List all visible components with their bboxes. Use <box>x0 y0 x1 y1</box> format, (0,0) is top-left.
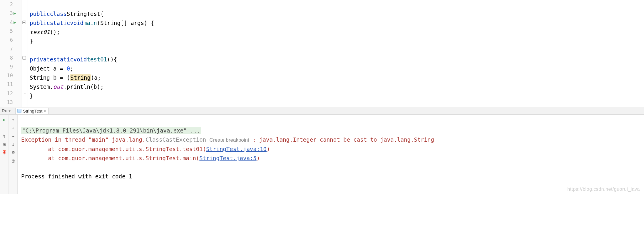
stop-icon[interactable] <box>2 125 7 130</box>
source-link[interactable]: StringTest.java:5 <box>199 155 256 161</box>
code-text: System. <box>30 83 53 90</box>
stack-frame: ) <box>267 146 270 152</box>
keyword: public <box>30 20 50 26</box>
line-number: 10 <box>7 73 13 78</box>
rerun-icon[interactable]: ▶ <box>2 117 7 122</box>
keyword: static <box>50 20 70 26</box>
line-number: 12 <box>7 91 13 96</box>
fold-gutter <box>21 0 28 107</box>
run-toolwindow: ▶ ↯ ▣ 📌 ↑ ↓ ⇥ ⤓ 🖶 🗑 "C:\Program Files\Ja… <box>0 115 644 194</box>
line-number: 11 <box>7 81 13 87</box>
scroll-to-end-icon[interactable]: ⤓ <box>11 142 16 147</box>
code-text: .println(b); <box>63 83 103 90</box>
keyword: class <box>50 11 67 17</box>
code-text: String b = ( <box>30 74 70 81</box>
number-literal: 0 <box>67 65 70 72</box>
run-label: Run: <box>2 108 11 113</box>
code-editor[interactable]: 2 3▶ 4▶ 5 6 7 8 9 10 11 12 13 public cla… <box>0 0 644 107</box>
run-config-name: StringTest <box>23 108 43 113</box>
line-number: 9 <box>10 64 13 70</box>
method-name: main <box>83 20 97 26</box>
line-number: 7 <box>10 46 13 52</box>
code-text: )a; <box>91 74 101 81</box>
line-number: 4 <box>10 19 13 25</box>
method-call: test01 <box>30 29 50 35</box>
code-text: (String[] args) { <box>97 20 154 26</box>
scroll-up-icon[interactable]: ↑ <box>11 117 16 122</box>
brace: } <box>30 38 33 44</box>
console-command: "C:\Program Files\Java\jdk1.8.0_291\bin\… <box>21 127 201 134</box>
keyword: public <box>30 11 50 17</box>
console-output[interactable]: "C:\Program Files\Java\jdk1.8.0_291\bin\… <box>18 115 644 194</box>
fold-end-icon <box>22 92 26 95</box>
exit-code-line: Process finished with exit code 1 <box>21 173 132 180</box>
fold-collapse-icon[interactable] <box>22 56 26 60</box>
method-name: test01 <box>87 56 107 63</box>
fold-end-icon <box>22 38 26 42</box>
code-text: (); <box>50 29 60 35</box>
soft-wrap-icon[interactable]: ⇥ <box>11 133 16 139</box>
scroll-down-icon[interactable]: ↓ <box>11 125 16 130</box>
static-field: out <box>53 83 63 90</box>
pin-icon[interactable]: 📌 <box>2 150 7 155</box>
code-area[interactable]: public class StringTest { public static … <box>28 0 644 107</box>
line-number: 6 <box>10 37 13 43</box>
run-config-icon <box>17 109 21 113</box>
keyword: static <box>53 56 73 63</box>
run-left-toolbar: ▶ ↯ ▣ 📌 <box>0 115 9 194</box>
fold-collapse-icon[interactable] <box>22 21 26 24</box>
create-breakpoint-link[interactable]: Create breakpoint <box>210 137 249 143</box>
stack-frame: ) <box>257 155 260 161</box>
class-name: StringTest <box>67 11 100 17</box>
clear-all-icon[interactable]: 🗑 <box>11 158 16 163</box>
layout-icon[interactable]: ▣ <box>2 142 7 147</box>
stack-frame: at com.guor.management.utils.StringTest.… <box>21 146 206 152</box>
line-number: 3 <box>10 10 13 16</box>
brace: } <box>30 93 33 99</box>
line-number: 2 <box>10 1 13 7</box>
line-number: 5 <box>10 28 13 34</box>
code-text: Object a = <box>30 65 67 72</box>
console-toolbar: ↑ ↓ ⇥ ⤓ 🖶 🗑 <box>9 115 18 194</box>
exception-text: Exception in thread "main" java.lang. <box>21 136 145 143</box>
line-number: 13 <box>7 99 13 105</box>
print-icon[interactable]: 🖶 <box>11 150 16 155</box>
close-icon[interactable]: × <box>44 109 46 113</box>
warning-highlight: String <box>70 74 91 81</box>
exception-message: : java.lang.Integer cannot be cast to ja… <box>249 136 434 143</box>
editor-gutter: 2 3▶ 4▶ 5 6 7 8 9 10 11 12 13 <box>0 0 21 107</box>
run-gutter-icon[interactable]: ▶ <box>14 20 16 25</box>
run-gutter-icon[interactable]: ▶ <box>14 11 16 16</box>
line-number: 8 <box>10 55 13 61</box>
keyword: void <box>70 20 83 26</box>
watermark-text: https://blog.csdn.net/guorui_java <box>567 187 640 192</box>
keyword: void <box>73 56 87 63</box>
exception-class-link[interactable]: ClassCastException <box>145 136 206 143</box>
exception-line: Exception in thread "main" java.lang.Cla… <box>21 136 206 143</box>
brace: { <box>100 11 103 17</box>
keyword: private <box>30 56 53 63</box>
code-text: (){ <box>107 56 117 63</box>
code-text: ; <box>70 65 73 72</box>
dump-threads-icon[interactable]: ↯ <box>2 133 7 139</box>
run-config-tab[interactable]: StringTest × <box>15 108 48 114</box>
source-link[interactable]: StringTest.java:10 <box>206 146 267 152</box>
stack-frame: at com.guor.management.utils.StringTest.… <box>21 155 199 161</box>
